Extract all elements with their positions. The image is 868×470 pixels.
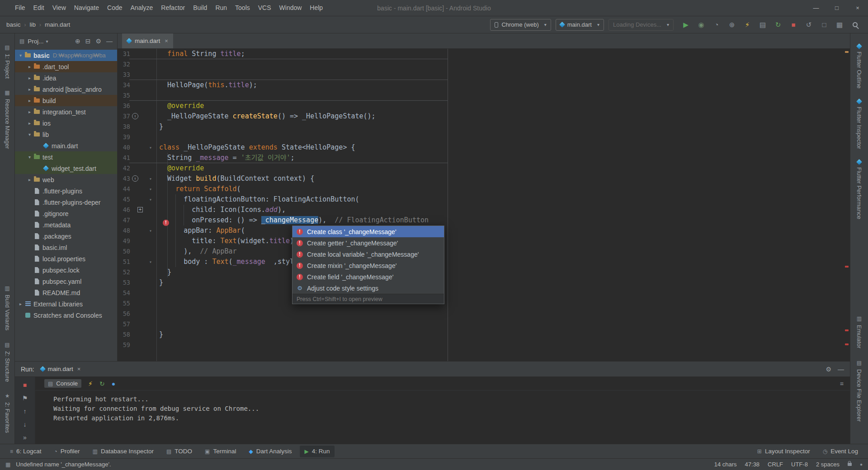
tree-item-flutter-plugins-deper[interactable]: .flutter-plugins-deper — [15, 197, 117, 208]
stripe-flutter-inspector[interactable]: Flutter Inspector — [856, 99, 863, 149]
status-utf-8[interactable]: UTF-8 — [791, 461, 808, 468]
tree-toggle-icon[interactable]: ▸ — [27, 109, 33, 114]
fold-arrow-icon[interactable]: ▾ — [146, 142, 155, 153]
tree-item-basic[interactable]: ▾basicD:₩app₩kongi₩ba — [15, 50, 117, 61]
tree-toggle-icon[interactable]: ▸ — [27, 98, 33, 103]
close-run-tab-icon[interactable]: × — [77, 366, 81, 372]
tool-button-4-run[interactable]: ▶4: Run — [300, 446, 334, 457]
code-line-34[interactable]: 34 HelloPage(this.title); — [118, 80, 850, 90]
code-line-33[interactable]: 33 — [118, 70, 850, 80]
console-tab[interactable]: ▤ Console — [44, 379, 81, 388]
fold-arrow-icon[interactable]: ▾ — [146, 174, 155, 184]
hide-panel-icon[interactable]: — — [106, 38, 113, 45]
settings-icon[interactable]: ⚙ — [826, 366, 831, 373]
hide-panel-icon[interactable]: — — [838, 366, 844, 373]
tree-item-scratches-and-consoles[interactable]: Scratches and Consoles — [15, 310, 117, 321]
tree-toggle-icon[interactable]: ▸ — [18, 301, 24, 306]
locate-file-icon[interactable]: ⊕ — [75, 38, 80, 45]
code-line-49[interactable]: 49 title: Text(widget.title), — [118, 236, 850, 246]
code-line-59[interactable]: 59 — [118, 340, 850, 350]
code-line-57[interactable]: 57 — [118, 319, 850, 329]
menu-window[interactable]: Window — [275, 0, 306, 16]
run-tab-main-dart[interactable]: main.dart × — [41, 366, 81, 372]
tree-item-metadata[interactable]: .metadata — [15, 219, 117, 230]
status-crlf[interactable]: CRLF — [768, 461, 783, 468]
breadcrumb-main-dart[interactable]: main.dart — [45, 21, 70, 28]
devtools-icon[interactable]: ▤ — [756, 19, 769, 31]
tree-toggle-icon[interactable]: ▸ — [27, 75, 33, 80]
tree-toggle-icon[interactable]: ▸ — [27, 87, 33, 92]
tree-item-main-dart[interactable]: main.dart — [15, 140, 117, 151]
intention-adjust-code-style-settings[interactable]: ⚙Adjust code style settings — [292, 282, 444, 294]
fold-arrow-icon[interactable]: ▾ — [146, 194, 155, 205]
minimize-button[interactable]: — — [806, 0, 826, 16]
lock-icon[interactable] — [848, 463, 852, 466]
open-in-browser-icon[interactable]: ● — [112, 380, 115, 387]
breadcrumb-lib[interactable]: lib — [30, 21, 36, 28]
profile-icon[interactable]: ◔ — [710, 19, 723, 31]
tool-button-6-logcat[interactable]: ≡6: Logcat — [5, 446, 46, 457]
stripe-z-structure[interactable]: ▤Z: Structure — [4, 342, 11, 382]
run-config-selector[interactable]: main.dart▾ — [556, 19, 604, 31]
run-icon[interactable]: ▶ — [679, 19, 693, 31]
tree-item-widget-test-dart[interactable]: widget_test.dart — [15, 163, 117, 174]
pin-icon[interactable]: ⚑ — [22, 395, 28, 402]
code-line-37[interactable]: 37↑ _HelloPageState createState() => _He… — [118, 111, 850, 122]
code-line-51[interactable]: 51▾ body : Text(_message ,style: — [118, 257, 850, 267]
tree-toggle-icon[interactable]: ▾ — [27, 132, 33, 137]
code-line-42[interactable]: 42 @override — [118, 163, 850, 174]
tool-button-dart-analysis[interactable]: ◆Dart Analysis — [244, 446, 296, 457]
stripe-flutter-performance[interactable]: Flutter Performance — [856, 160, 863, 219]
tree-item-test[interactable]: ▾test — [15, 151, 117, 163]
code-line-56[interactable]: 56 — [118, 309, 850, 319]
hot-restart-icon[interactable]: ↻ — [99, 380, 105, 387]
soft-wrap-icon[interactable]: ≡ — [840, 380, 844, 387]
device-manager-icon[interactable]: □ — [817, 19, 831, 31]
tree-item-dart-tool[interactable]: ▸.dart_tool — [15, 61, 117, 72]
tree-item-packages[interactable]: .packages — [15, 230, 117, 242]
menu-navigate[interactable]: Navigate — [70, 0, 103, 16]
stop-icon[interactable]: ■ — [787, 19, 800, 31]
menu-refactor[interactable]: Refactor — [157, 0, 189, 16]
tree-item-flutter-plugins[interactable]: .flutter-plugins — [15, 185, 117, 197]
stripe-2-favorites[interactable]: ★2: Favorites — [4, 393, 11, 433]
code-line-50[interactable]: 50 ), // AppBar — [118, 246, 850, 257]
code-line-40[interactable]: 40▾class _HelloPageState extends State<H… — [118, 142, 850, 153]
code-line-48[interactable]: 48▾ appBar: AppBar( — [118, 226, 850, 236]
settings-icon[interactable]: ⚙ — [95, 38, 101, 45]
menu-analyze[interactable]: Analyze — [127, 0, 157, 16]
fold-arrow-icon[interactable]: ▾ — [146, 184, 155, 194]
code-line-39[interactable]: 39 — [118, 132, 850, 142]
menu-code[interactable]: Code — [103, 0, 126, 16]
tree-item-external-libraries[interactable]: ▸External Libraries — [15, 298, 117, 310]
stripe-emulator[interactable]: ▥Emulator — [856, 315, 863, 348]
tree-item-pubspec-yaml[interactable]: pubspec.yaml — [15, 276, 117, 287]
code-line-53[interactable]: 53} — [118, 277, 850, 288]
close-tab-icon[interactable]: × — [165, 38, 168, 44]
tree-item-web[interactable]: ▸web — [15, 174, 117, 185]
code-line-47[interactable]: 47 onPressed: () => _changeMessage), // … — [118, 215, 850, 226]
intention-create-getter-changemessage[interactable]: !Create getter '_changeMessage' — [292, 237, 444, 249]
tree-item-pubspec-lock[interactable]: pubspec.lock — [15, 264, 117, 276]
breadcrumb-basic[interactable]: basic — [6, 21, 21, 28]
tree-toggle-icon[interactable]: ▸ — [27, 177, 33, 182]
fold-arrow-icon[interactable]: ▾ — [146, 226, 155, 236]
fold-plus-icon[interactable]: + — [137, 207, 143, 212]
tree-item-ios[interactable]: ▸ios — [15, 118, 117, 129]
tree-toggle-icon[interactable]: ▸ — [27, 64, 33, 69]
maximize-button[interactable]: □ — [826, 0, 847, 16]
tree-toggle-icon[interactable]: ▸ — [27, 121, 33, 126]
devices-loading[interactable]: Loading Devices...▾ — [609, 19, 674, 31]
menu-tools[interactable]: Tools — [231, 0, 254, 16]
fold-arrow-icon[interactable]: ▾ — [146, 257, 155, 267]
device-selector[interactable]: Chrome (web)▾ — [490, 19, 551, 31]
code-line-38[interactable]: 38} — [118, 122, 850, 132]
override-icon[interactable]: ↑ — [132, 113, 138, 119]
tool-button-database-inspector[interactable]: ▥Database Inspector — [88, 446, 158, 457]
code-line-41[interactable]: 41 String _message = '초기값 이거야'; — [118, 153, 850, 163]
code-line-43[interactable]: 43↑▾ Widget build(BuildContext context) … — [118, 174, 850, 184]
intention-create-class-changemessage[interactable]: !Create class '_changeMessage' — [292, 226, 444, 237]
search-everywhere-icon[interactable] — [848, 19, 862, 31]
tool-button-profiler[interactable]: ◔Profiler — [50, 446, 85, 457]
menu-run[interactable]: Run — [211, 0, 231, 16]
